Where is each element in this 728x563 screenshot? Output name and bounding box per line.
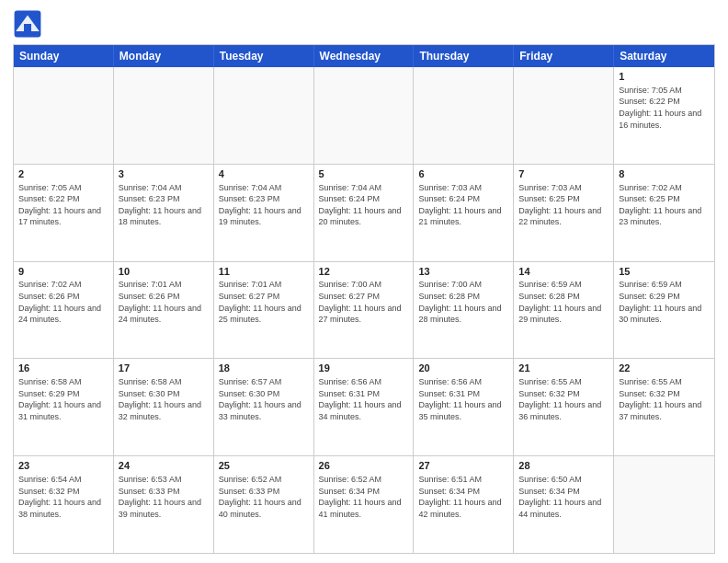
calendar-day-cell: 26Sunrise: 6:52 AM Sunset: 6:34 PM Dayli… [314,456,415,553]
day-number: 6 [418,167,508,181]
day-info: Sunrise: 6:57 AM Sunset: 6:30 PM Dayligh… [219,376,309,422]
weekday-header: Saturday [614,45,714,67]
calendar-day-cell: 24Sunrise: 6:53 AM Sunset: 6:33 PM Dayli… [114,456,214,553]
day-number: 26 [319,459,409,473]
day-number: 8 [619,167,710,181]
day-number: 27 [418,459,508,473]
day-info: Sunrise: 7:00 AM Sunset: 6:27 PM Dayligh… [319,279,409,325]
day-info: Sunrise: 6:56 AM Sunset: 6:31 PM Dayligh… [418,376,508,422]
calendar-day-cell: 21Sunrise: 6:55 AM Sunset: 6:32 PM Dayli… [514,359,614,455]
day-info: Sunrise: 7:03 AM Sunset: 6:24 PM Dayligh… [418,182,508,228]
day-number: 11 [219,265,309,279]
weekday-header: Monday [114,45,214,67]
day-number: 18 [219,362,309,375]
day-number: 28 [518,459,609,473]
calendar-day-cell: 27Sunrise: 6:51 AM Sunset: 6:34 PM Dayli… [414,456,514,553]
day-number: 17 [119,362,209,375]
day-number: 20 [418,362,508,375]
calendar-day-cell: 17Sunrise: 6:58 AM Sunset: 6:30 PM Dayli… [114,359,214,455]
calendar-day-cell: 20Sunrise: 6:56 AM Sunset: 6:31 PM Dayli… [414,359,514,455]
day-info: Sunrise: 7:04 AM Sunset: 6:24 PM Dayligh… [319,182,409,228]
calendar-week-row: 23Sunrise: 6:54 AM Sunset: 6:32 PM Dayli… [14,456,714,553]
day-info: Sunrise: 7:05 AM Sunset: 6:22 PM Dayligh… [18,182,108,228]
calendar-day-cell: 7Sunrise: 7:03 AM Sunset: 6:25 PM Daylig… [514,165,614,261]
calendar-day-cell: 12Sunrise: 7:00 AM Sunset: 6:27 PM Dayli… [314,262,415,359]
calendar-day-cell: 13Sunrise: 7:00 AM Sunset: 6:28 PM Dayli… [414,262,514,359]
calendar-day-cell: 19Sunrise: 6:56 AM Sunset: 6:31 PM Dayli… [314,359,415,455]
day-number: 23 [18,459,108,473]
logo [13,9,46,39]
day-info: Sunrise: 6:56 AM Sunset: 6:31 PM Dayligh… [319,376,409,422]
calendar-day-cell: 22Sunrise: 6:55 AM Sunset: 6:32 PM Dayli… [614,359,714,455]
day-info: Sunrise: 6:54 AM Sunset: 6:32 PM Dayligh… [18,474,108,520]
day-number: 10 [119,265,209,279]
calendar-day-cell: 16Sunrise: 6:58 AM Sunset: 6:29 PM Dayli… [14,359,114,455]
day-number: 25 [219,459,309,473]
calendar-day-cell [414,67,514,164]
calendar-week-row: 1Sunrise: 7:05 AM Sunset: 6:22 PM Daylig… [14,67,714,165]
calendar-body: 1Sunrise: 7:05 AM Sunset: 6:22 PM Daylig… [14,67,714,553]
day-number: 7 [518,167,609,181]
calendar-header-row: SundayMondayTuesdayWednesdayThursdayFrid… [14,45,714,67]
day-number: 24 [119,459,209,473]
day-info: Sunrise: 6:59 AM Sunset: 6:28 PM Dayligh… [518,279,609,325]
calendar-page: SundayMondayTuesdayWednesdayThursdayFrid… [0,0,728,563]
day-info: Sunrise: 7:03 AM Sunset: 6:25 PM Dayligh… [518,182,609,228]
calendar-week-row: 16Sunrise: 6:58 AM Sunset: 6:29 PM Dayli… [14,359,714,456]
day-info: Sunrise: 6:55 AM Sunset: 6:32 PM Dayligh… [518,376,609,422]
calendar-day-cell: 11Sunrise: 7:01 AM Sunset: 6:27 PM Dayli… [214,262,314,359]
calendar-day-cell: 25Sunrise: 6:52 AM Sunset: 6:33 PM Dayli… [214,456,314,553]
day-number: 13 [418,265,508,279]
calendar-day-cell [14,67,114,164]
calendar-day-cell: 8Sunrise: 7:02 AM Sunset: 6:25 PM Daylig… [614,165,714,261]
day-info: Sunrise: 6:58 AM Sunset: 6:30 PM Dayligh… [119,376,209,422]
day-info: Sunrise: 7:00 AM Sunset: 6:28 PM Dayligh… [418,279,508,325]
day-number: 9 [18,265,108,279]
day-info: Sunrise: 7:01 AM Sunset: 6:27 PM Dayligh… [219,279,309,325]
day-number: 1 [619,70,710,84]
day-number: 2 [18,167,108,181]
day-number: 22 [619,362,710,375]
calendar-week-row: 2Sunrise: 7:05 AM Sunset: 6:22 PM Daylig… [14,165,714,262]
calendar-day-cell: 23Sunrise: 6:54 AM Sunset: 6:32 PM Dayli… [14,456,114,553]
calendar-day-cell: 9Sunrise: 7:02 AM Sunset: 6:26 PM Daylig… [14,262,114,359]
calendar-day-cell [214,67,314,164]
day-info: Sunrise: 6:58 AM Sunset: 6:29 PM Dayligh… [18,376,108,422]
day-number: 3 [119,167,209,181]
calendar-day-cell: 18Sunrise: 6:57 AM Sunset: 6:30 PM Dayli… [214,359,314,455]
day-info: Sunrise: 7:02 AM Sunset: 6:26 PM Dayligh… [18,279,108,325]
calendar-grid: SundayMondayTuesdayWednesdayThursdayFrid… [13,44,715,554]
weekday-header: Thursday [414,45,514,67]
day-number: 14 [518,265,609,279]
calendar-day-cell: 28Sunrise: 6:50 AM Sunset: 6:34 PM Dayli… [514,456,614,553]
calendar-day-cell: 1Sunrise: 7:05 AM Sunset: 6:22 PM Daylig… [614,67,714,164]
calendar-day-cell [514,67,614,164]
day-info: Sunrise: 7:01 AM Sunset: 6:26 PM Dayligh… [119,279,209,325]
svg-rect-2 [24,24,31,31]
calendar-day-cell: 6Sunrise: 7:03 AM Sunset: 6:24 PM Daylig… [414,165,514,261]
day-info: Sunrise: 7:04 AM Sunset: 6:23 PM Dayligh… [119,182,209,228]
day-info: Sunrise: 6:52 AM Sunset: 6:34 PM Dayligh… [319,474,409,520]
weekday-header: Sunday [14,45,114,67]
calendar-day-cell: 4Sunrise: 7:04 AM Sunset: 6:23 PM Daylig… [214,165,314,261]
calendar-day-cell [114,67,214,164]
day-number: 5 [319,167,409,181]
day-number: 19 [319,362,409,375]
calendar-day-cell: 2Sunrise: 7:05 AM Sunset: 6:22 PM Daylig… [14,165,114,261]
logo-icon [13,9,42,39]
calendar-day-cell: 15Sunrise: 6:59 AM Sunset: 6:29 PM Dayli… [614,262,714,359]
calendar-day-cell: 14Sunrise: 6:59 AM Sunset: 6:28 PM Dayli… [514,262,614,359]
day-number: 15 [619,265,710,279]
day-info: Sunrise: 6:52 AM Sunset: 6:33 PM Dayligh… [219,474,309,520]
day-info: Sunrise: 6:51 AM Sunset: 6:34 PM Dayligh… [418,474,508,520]
calendar-day-cell: 5Sunrise: 7:04 AM Sunset: 6:24 PM Daylig… [314,165,415,261]
calendar-day-cell: 3Sunrise: 7:04 AM Sunset: 6:23 PM Daylig… [114,165,214,261]
weekday-header: Tuesday [214,45,314,67]
day-info: Sunrise: 6:59 AM Sunset: 6:29 PM Dayligh… [619,279,710,325]
day-info: Sunrise: 6:50 AM Sunset: 6:34 PM Dayligh… [518,474,609,520]
day-number: 16 [18,362,108,375]
calendar-day-cell [614,456,714,553]
page-header [13,9,715,39]
day-info: Sunrise: 6:55 AM Sunset: 6:32 PM Dayligh… [619,376,710,422]
calendar-week-row: 9Sunrise: 7:02 AM Sunset: 6:26 PM Daylig… [14,262,714,360]
